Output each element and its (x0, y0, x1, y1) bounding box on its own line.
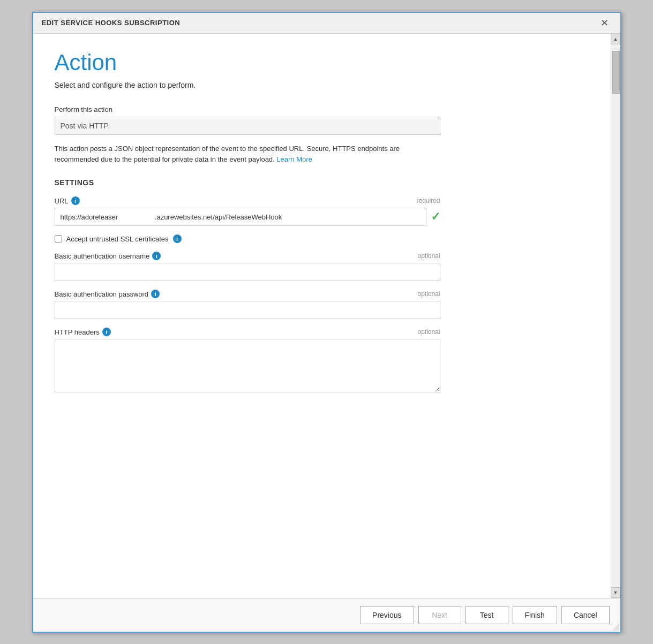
username-input[interactable] (55, 263, 440, 281)
password-label-row: Basic authentication password i optional (55, 290, 440, 298)
password-field-section: Basic authentication password i optional (55, 290, 440, 319)
finish-button[interactable]: Finish (513, 606, 557, 624)
title-bar: EDIT SERVICE HOOKS SUBSCRIPTION ✕ (33, 13, 620, 34)
url-input[interactable] (55, 208, 426, 226)
arrow-down-icon: ▼ (613, 590, 618, 595)
perform-action-section: Perform this action Post via HTTP (55, 105, 440, 135)
password-input[interactable] (55, 301, 440, 319)
ssl-label[interactable]: Accept untrusted SSL certificates (66, 235, 169, 243)
perform-action-value: Post via HTTP (61, 122, 109, 130)
url-required: required (416, 197, 440, 204)
username-label: Basic authentication username i (55, 252, 161, 260)
close-button[interactable]: ✕ (597, 17, 612, 29)
test-button[interactable]: Test (466, 606, 508, 624)
scrollbar: ▲ ▼ (611, 34, 620, 598)
dialog: EDIT SERVICE HOOKS SUBSCRIPTION ✕ Action… (32, 12, 621, 633)
settings-heading: SETTINGS (55, 178, 589, 187)
password-info-icon[interactable]: i (151, 290, 160, 298)
headers-info-icon[interactable]: i (102, 328, 111, 336)
page-title: Action (55, 50, 589, 75)
url-valid-icon: ✓ (431, 210, 440, 224)
perform-action-label: Perform this action (55, 105, 440, 113)
close-icon: ✕ (601, 18, 609, 28)
subtitle: Select and configure the action to perfo… (55, 81, 589, 89)
ssl-checkbox-row: Accept untrusted SSL certificates i (55, 234, 589, 243)
username-info-icon[interactable]: i (152, 252, 161, 260)
scroll-down-arrow[interactable]: ▼ (611, 587, 620, 598)
headers-textarea[interactable] (55, 339, 440, 392)
headers-optional: optional (417, 328, 440, 336)
username-label-row: Basic authentication username i optional (55, 252, 440, 260)
password-optional: optional (417, 290, 440, 298)
username-field-section: Basic authentication username i optional (55, 252, 440, 281)
scroll-thumb[interactable] (612, 51, 620, 94)
description-text: This action posts a JSON object represen… (55, 143, 440, 166)
url-label-row: URL i required (55, 196, 440, 205)
main-content: Action Select and configure the action t… (33, 34, 611, 598)
url-input-wrapper: ✓ (55, 208, 440, 226)
ssl-checkbox[interactable] (55, 235, 62, 243)
password-label: Basic authentication password i (55, 290, 160, 298)
url-field-section: URL i required ✓ (55, 196, 440, 226)
url-info-icon[interactable]: i (71, 196, 80, 205)
url-label: URL i (55, 196, 80, 205)
ssl-info-icon[interactable]: i (173, 234, 182, 243)
footer: Previous Next Test Finish Cancel (33, 598, 620, 632)
svg-line-1 (615, 626, 619, 631)
scroll-track[interactable] (611, 44, 620, 587)
previous-button[interactable]: Previous (360, 606, 414, 624)
svg-line-2 (617, 628, 619, 631)
content-area: Action Select and configure the action t… (33, 34, 620, 598)
headers-label-row: HTTP headers i optional (55, 328, 440, 336)
headers-field-section: HTTP headers i optional (55, 328, 440, 395)
learn-more-link[interactable]: Learn More (276, 155, 312, 163)
headers-label: HTTP headers i (55, 328, 111, 336)
dialog-title: EDIT SERVICE HOOKS SUBSCRIPTION (42, 19, 181, 27)
cancel-button[interactable]: Cancel (561, 606, 610, 624)
resize-handle[interactable] (612, 623, 620, 632)
username-optional: optional (417, 252, 440, 260)
arrow-up-icon: ▲ (613, 36, 618, 42)
next-button[interactable]: Next (418, 606, 461, 624)
perform-action-dropdown[interactable]: Post via HTTP (55, 117, 440, 135)
scroll-up-arrow[interactable]: ▲ (611, 34, 620, 44)
